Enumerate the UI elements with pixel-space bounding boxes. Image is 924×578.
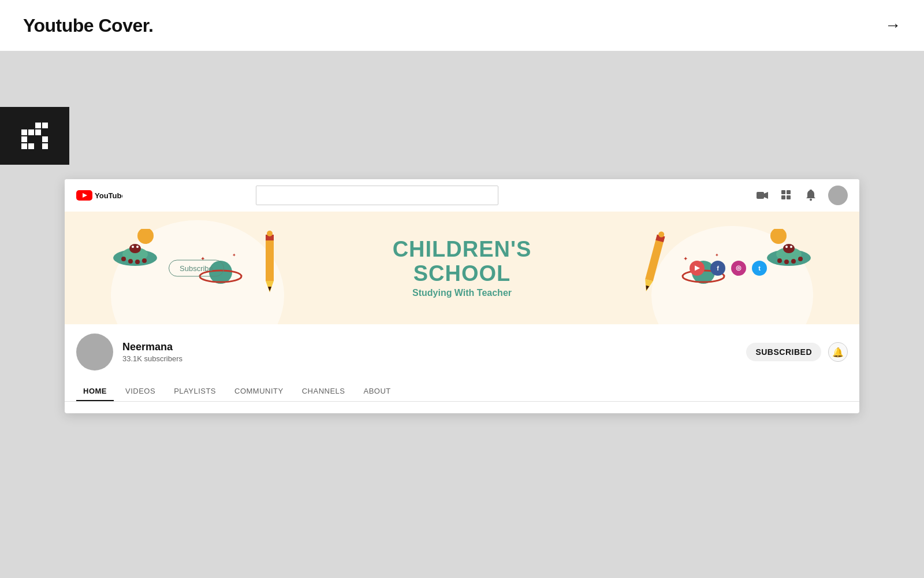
- svg-point-15: [121, 257, 126, 261]
- subscribed-button[interactable]: SUBSCRIBED: [746, 343, 821, 361]
- banner-subtitle: Studying With Teacher: [393, 288, 532, 298]
- pixel: [35, 123, 41, 128]
- svg-rect-6: [787, 190, 791, 194]
- svg-rect-3: [757, 192, 764, 199]
- svg-text:✦: ✦: [683, 255, 688, 262]
- pixel: [42, 123, 48, 128]
- channel-name: Neermana: [122, 341, 737, 353]
- pixel: [35, 143, 41, 149]
- pencil-right-illustration: [646, 229, 663, 292]
- bell-button[interactable]: 🔔: [828, 342, 848, 362]
- yt-nav-bar: YouTube: [65, 179, 859, 212]
- pixel: [28, 143, 34, 149]
- banner-social-icons: ▶ f ◎ t: [690, 261, 767, 276]
- nav-avatar[interactable]: [828, 186, 848, 205]
- yt-nav-icons: [755, 186, 848, 205]
- top-bar: Youtube Cover. →: [0, 0, 924, 51]
- bell-nav-icon[interactable]: [804, 188, 818, 202]
- svg-point-19: [129, 244, 141, 253]
- facebook-social-icon[interactable]: f: [710, 261, 725, 276]
- pixel: [35, 136, 41, 142]
- pixel: [42, 143, 48, 149]
- channel-actions: SUBSCRIBED 🔔: [746, 342, 848, 362]
- youtube-social-icon[interactable]: ▶: [690, 261, 705, 276]
- svg-rect-8: [787, 195, 791, 199]
- svg-marker-4: [764, 192, 768, 199]
- pixel: [21, 123, 27, 128]
- svg-point-17: [135, 260, 140, 264]
- video-camera-icon[interactable]: [755, 188, 769, 202]
- channel-avatar: [76, 334, 113, 370]
- channel-tabs: HOME VIDEOS PLAYLISTS COMMUNITY CHANNELS…: [65, 375, 859, 402]
- svg-marker-30: [268, 287, 271, 291]
- page-title: Youtube Cover.: [23, 15, 153, 36]
- svg-point-44: [791, 259, 796, 264]
- tab-home[interactable]: HOME: [76, 382, 114, 401]
- pixel: [35, 129, 41, 135]
- channel-subscribers: 33.1K subscribers: [122, 354, 737, 363]
- svg-rect-11: [810, 190, 812, 191]
- channel-text: Neermana 33.1K subscribers: [122, 341, 737, 363]
- svg-point-12: [137, 229, 154, 244]
- pixel: [28, 129, 34, 135]
- svg-point-49: [785, 246, 788, 248]
- svg-point-47: [783, 244, 795, 253]
- svg-text:YouTube: YouTube: [95, 191, 122, 200]
- svg-rect-26: [266, 235, 274, 281]
- svg-rect-7: [781, 195, 785, 199]
- pixel: [42, 136, 48, 142]
- svg-point-45: [784, 260, 789, 264]
- pixel: [21, 143, 27, 149]
- svg-point-20: [132, 246, 134, 248]
- svg-point-18: [142, 258, 147, 263]
- instagram-social-icon[interactable]: ◎: [731, 261, 746, 276]
- bottom-padding: [65, 402, 859, 413]
- svg-point-40: [770, 229, 787, 244]
- pencil-left-illustration: [261, 229, 278, 292]
- search-input[interactable]: [256, 186, 498, 205]
- banner-title-line2: SCHOOL: [393, 262, 532, 286]
- tab-community[interactable]: COMMUNITY: [228, 382, 290, 401]
- tab-channels[interactable]: CHANNELS: [295, 382, 352, 401]
- yt-search-bar[interactable]: [256, 186, 498, 205]
- logo-pixels: [21, 123, 48, 149]
- svg-point-16: [128, 259, 133, 264]
- pixel: [21, 129, 27, 135]
- pixel: [21, 136, 27, 142]
- tab-playlists[interactable]: PLAYLISTS: [167, 382, 223, 401]
- pixel: [28, 123, 34, 128]
- logo-block: [0, 107, 69, 165]
- subscribe-button[interactable]: Subscribe: [169, 260, 224, 276]
- yt-logo-icon: YouTube: [76, 189, 122, 202]
- tab-videos[interactable]: VIDEOS: [118, 382, 162, 401]
- svg-point-43: [798, 257, 803, 261]
- svg-text:✦: ✦: [232, 253, 236, 258]
- svg-point-46: [777, 258, 782, 263]
- svg-point-21: [136, 246, 139, 248]
- pixel: [28, 136, 34, 142]
- tab-about[interactable]: ABOUT: [357, 382, 398, 401]
- twitter-social-icon[interactable]: t: [752, 261, 767, 276]
- banner-title-line1: CHILDREN'S: [393, 238, 532, 262]
- grid-icon[interactable]: [780, 188, 793, 202]
- banner-center-text: CHILDREN'S SCHOOL Studying With Teacher: [393, 238, 532, 299]
- svg-point-29: [267, 231, 273, 236]
- svg-rect-5: [781, 190, 785, 194]
- svg-point-48: [790, 246, 792, 248]
- youtube-card: YouTube: [65, 179, 859, 413]
- channel-info-row: Neermana 33.1K subscribers SUBSCRIBED 🔔: [65, 324, 859, 370]
- pixel: [42, 129, 48, 135]
- arrow-right-icon[interactable]: →: [885, 16, 901, 35]
- svg-point-10: [810, 199, 812, 201]
- svg-text:✦: ✦: [715, 253, 719, 258]
- ufo-left-illustration: [111, 229, 169, 275]
- yt-banner: Subscribe ▶ f ◎ t: [65, 212, 859, 324]
